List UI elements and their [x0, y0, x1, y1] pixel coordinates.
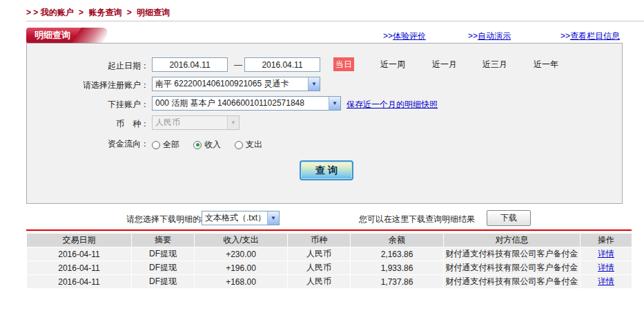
- col-header-summary: 摘要: [132, 234, 194, 247]
- currency-label: 币 种：: [27, 118, 149, 130]
- radio-icon: [152, 141, 160, 149]
- currency-value: 人民币: [153, 117, 227, 129]
- radio-checked-icon: [193, 141, 202, 149]
- cell-date: 2016-04-11: [27, 275, 131, 288]
- radio-label: 全部: [163, 139, 179, 151]
- detail-link[interactable]: 详情: [598, 249, 614, 258]
- chevron-down-icon: ▼: [308, 77, 320, 91]
- fund-flow-label: 资金流向：: [27, 138, 149, 150]
- breadcrumb-prefix: > >: [26, 8, 38, 17]
- breadcrumb-separator: >: [124, 8, 135, 17]
- cell-summary: DF提现: [132, 275, 194, 288]
- sub-account-value: 000 活期 基本户 1406600101102571848: [153, 97, 329, 109]
- date-range-dash: —: [234, 60, 242, 70]
- cell-currency: 人民币: [288, 275, 350, 288]
- date-to-input[interactable]: [244, 57, 320, 72]
- column-info-link[interactable]: >>查看栏目信息: [560, 30, 620, 42]
- cell-amount: +230.00: [195, 247, 287, 261]
- cell-date: 2016-04-11: [27, 261, 131, 274]
- date-from-input[interactable]: [152, 57, 228, 72]
- query-button[interactable]: 查 询: [300, 160, 353, 180]
- cell-summary: DF提现: [132, 247, 194, 261]
- query-form-panel: 起止日期： — 当日 近一周 近一月 近三月 近一年 请选择注册账户： 南平 6…: [26, 43, 623, 204]
- chevron-down-icon: ▼: [267, 211, 279, 225]
- table-header-row: 交易日期 摘要 收入/支出 币种 余额 对方信息 操作: [27, 234, 632, 247]
- table-row: 2016-04-11 DF提现 +230.00 人民币 2,163.86 财付通…: [27, 247, 632, 261]
- quick-range-year[interactable]: 近一年: [534, 59, 558, 70]
- radio-expense[interactable]: 支出: [235, 139, 262, 151]
- quick-range-quarter[interactable]: 近三月: [482, 59, 507, 70]
- chevron-down-icon: ▼: [329, 97, 340, 110]
- cell-summary: DF提现: [132, 261, 194, 274]
- table-top-divider: [26, 229, 632, 231]
- col-header-balance: 余额: [351, 234, 443, 247]
- radio-label: 收入: [204, 139, 221, 151]
- cell-currency: 人民币: [288, 247, 350, 261]
- link-prefix: >>: [383, 31, 393, 41]
- cell-counterparty: 财付通支付科技有限公司客户备付金: [444, 275, 580, 288]
- download-button[interactable]: 下载: [487, 210, 531, 226]
- quick-range-week[interactable]: 近一周: [380, 59, 405, 70]
- link-prefix: >>: [560, 31, 570, 41]
- col-header-currency: 币种: [288, 234, 350, 247]
- registered-account-label: 请选择注册账户：: [27, 79, 149, 91]
- cell-balance: 1,737.86: [351, 275, 443, 288]
- download-format-select[interactable]: 文本格式（.txt） ▼: [202, 211, 280, 225]
- cell-counterparty: 财付通支付科技有限公司客户备付金: [444, 247, 580, 261]
- breadcrumb-item-account-query[interactable]: 账务查询: [88, 8, 121, 17]
- header-divider: [26, 21, 644, 21]
- detail-query-page: > > 我的账户 > 账务查询 > 明细查询 明细查询 >>体验评价 >>自动演…: [0, 0, 644, 320]
- breadcrumb-separator: >: [76, 8, 86, 17]
- link-prefix: >>: [468, 31, 478, 41]
- cell-amount: +168.00: [195, 275, 287, 288]
- quick-range-today-badge[interactable]: 当日: [333, 57, 354, 71]
- col-header-date: 交易日期: [27, 234, 131, 247]
- link-label: 查看栏目信息: [570, 31, 620, 41]
- detail-link[interactable]: 详情: [598, 263, 614, 272]
- cell-currency: 人民币: [288, 261, 350, 274]
- table-row: 2016-04-11 DF提现 +168.00 人民币 1,737.86 财付通…: [27, 275, 632, 288]
- registered-account-select[interactable]: 南平 6222001406100921065 灵通卡 ▼: [152, 77, 320, 91]
- link-label: 体验评价: [393, 31, 426, 41]
- detail-link[interactable]: 详情: [598, 276, 614, 286]
- chevron-down-icon: ▼: [227, 116, 239, 129]
- breadcrumb-item-my-account[interactable]: 我的账户: [41, 8, 74, 17]
- col-header-amount: 收入/支出: [195, 234, 287, 247]
- date-range-label: 起止日期：: [27, 60, 149, 72]
- link-label: 自动演示: [478, 31, 511, 41]
- radio-all[interactable]: 全部: [152, 139, 179, 151]
- cell-balance: 2,163.86: [351, 247, 443, 261]
- fund-flow-radio-group: 全部 收入 支出: [152, 139, 276, 151]
- col-header-counterparty: 对方信息: [444, 234, 580, 247]
- registered-account-value: 南平 6222001406100921065 灵通卡: [153, 78, 308, 90]
- sub-account-select[interactable]: 000 活期 基本户 1406600101102571848 ▼: [152, 96, 341, 111]
- currency-select: 人民币 ▼: [152, 115, 240, 130]
- radio-icon: [235, 141, 243, 149]
- table-row: 2016-04-11 DF提现 +196.00 人民币 1,933.86 财付通…: [27, 261, 632, 274]
- experience-rating-link[interactable]: >>体验评价: [383, 30, 426, 42]
- save-snapshot-link[interactable]: 保存近一个月的明细快照: [347, 99, 438, 111]
- cell-date: 2016-04-11: [27, 247, 131, 261]
- radio-label: 支出: [246, 139, 262, 151]
- cell-amount: +196.00: [195, 261, 287, 274]
- download-format-value: 文本格式（.txt）: [202, 212, 267, 224]
- breadcrumb: > > 我的账户 > 账务查询 > 明细查询: [26, 7, 170, 19]
- transactions-table: 交易日期 摘要 收入/支出 币种 余额 对方信息 操作 2016-04-11 D…: [26, 233, 632, 289]
- page-title-ribbon: 明细查询: [26, 28, 81, 43]
- breadcrumb-item-detail-query[interactable]: 明细查询: [137, 8, 170, 17]
- download-hint: 您可以在这里下载查询明细结果: [359, 214, 475, 225]
- quick-range-month[interactable]: 近一月: [432, 59, 457, 70]
- auto-demo-link[interactable]: >>自动演示: [468, 30, 511, 42]
- sub-account-label: 下挂账户：: [27, 99, 149, 111]
- cell-counterparty: 财付通支付科技有限公司客户备付金: [444, 261, 580, 274]
- cell-balance: 1,933.86: [351, 261, 443, 274]
- col-header-action: 操作: [580, 234, 632, 247]
- radio-income[interactable]: 收入: [193, 139, 221, 151]
